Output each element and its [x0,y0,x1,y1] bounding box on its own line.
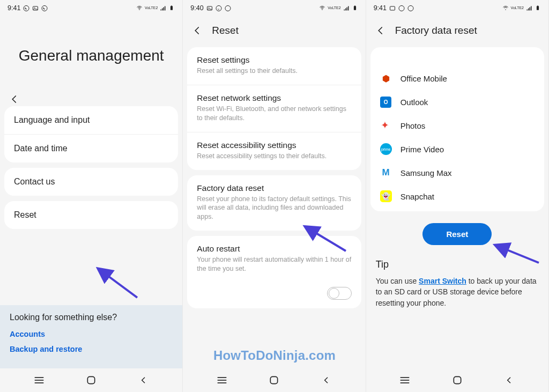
svg-rect-22 [271,376,278,383]
row-title: Auto restart [197,244,351,254]
row-reset-accessibility[interactable]: Reset accessibility settings Reset acces… [187,132,361,170]
nav-recents[interactable] [211,374,233,386]
svg-rect-18 [354,5,355,6]
row-date-time[interactable]: Date and time [4,135,178,162]
svg-point-15 [225,5,231,11]
smart-switch-link[interactable]: Smart Switch [419,277,466,285]
nav-home[interactable] [447,374,468,386]
row-auto-restart[interactable]: Auto restart Your phone will restart aut… [187,236,361,283]
svg-rect-24 [390,6,395,10]
wifi-icon [502,5,509,11]
list-item: ⬢ Office Mobile [370,66,544,90]
back-button[interactable] [0,89,182,106]
status-time: 9:41 [8,4,20,12]
status-time: 9:41 [374,4,387,12]
photos-icon [380,120,392,131]
volte-icon: VoLTE2 [328,6,340,10]
list-item: M Samsung Max [370,161,544,184]
row-language-input[interactable]: Language and input [4,106,178,135]
tip-text: You can use Smart Switch to back up your… [376,276,539,308]
looking-for-title: Looking for something else? [10,313,173,322]
svg-point-26 [408,5,413,11]
row-contact-us[interactable]: Contact us [4,168,178,196]
app-list: ⬢ Office Mobile O Outlook Photos prime P… [370,47,544,211]
nav-bar [0,368,182,392]
nav-home[interactable] [80,374,102,386]
svg-point-14 [216,5,221,11]
nav-bar [183,368,365,392]
svg-point-4 [139,9,139,10]
app-name: Office Mobile [400,74,447,83]
row-desc: Reset Wi-Fi, Bluetooth, and other networ… [197,105,351,123]
app-name: Photos [400,121,426,130]
svg-rect-6 [171,5,172,6]
row-title: Reset accessibility settings [197,140,351,150]
link-backup-restore[interactable]: Backup and restore [10,345,173,353]
row-title: Factory data reset [197,183,351,193]
row-desc: Your phone will restart automatically wi… [197,255,351,273]
svg-point-27 [505,9,506,10]
whatsapp-icon [398,5,405,11]
app-icon [380,53,392,64]
snapchat-icon: 👻 [380,190,392,202]
auto-restart-toggle[interactable] [327,287,352,300]
prime-video-icon: prime [380,143,392,155]
svg-rect-10 [87,376,94,383]
nav-recents[interactable] [28,374,50,386]
outlook-icon: O [380,96,392,108]
row-desc: Reset accessibility settings to their de… [197,152,351,161]
image-icon [389,5,396,11]
wifi-icon [319,5,325,11]
svg-rect-28 [537,6,539,10]
status-bar: 9:41 VoLTE2 [0,0,182,14]
app-name: Samsung Max [400,168,452,177]
back-button[interactable] [374,24,388,38]
nav-back[interactable] [499,374,520,386]
signal-icon [160,5,166,11]
whatsapp-icon-2 [41,5,48,11]
nav-home[interactable] [263,374,285,386]
back-button[interactable] [190,24,204,38]
row-factory-data-reset[interactable]: Factory data reset Reset your phone to i… [187,175,361,231]
nav-back[interactable] [316,374,337,386]
battery-icon [535,5,541,11]
nav-recents[interactable] [394,374,416,386]
battery-icon [168,5,175,11]
page-title: General management [0,14,182,89]
list-item: O Outlook [370,90,544,114]
whatsapp-icon-2 [225,5,231,11]
link-accounts[interactable]: Accounts [10,330,173,338]
signal-icon [526,5,532,11]
list-item: Photos [370,114,544,137]
image-icon [206,5,213,11]
app-name: Outlook [400,98,428,107]
nav-bar [366,368,548,392]
whatsapp-icon [23,5,29,11]
reset-button[interactable]: Reset [422,223,492,245]
office-icon: ⬢ [380,72,392,84]
status-bar: 9:40 VoLTE2 [183,0,365,14]
screen-factory-data-reset: 9:41 VoLTE2 Factory data reset ⬢ Office … [366,0,549,392]
svg-rect-33 [454,376,461,383]
signal-icon [343,5,350,11]
row-reset[interactable]: Reset [4,201,178,229]
nav-back[interactable] [133,374,154,386]
battery-icon [352,5,358,11]
svg-rect-17 [354,6,356,10]
row-reset-settings[interactable]: Reset settings Reset all settings to the… [187,47,361,85]
row-title: Reset network settings [197,93,351,103]
tip-section: Tip You can use Smart Switch to back up … [366,257,548,308]
svg-point-0 [24,5,29,11]
status-time: 9:40 [190,4,203,12]
svg-rect-5 [170,6,173,10]
wifi-icon [136,5,143,11]
row-desc: Reset all settings to their defaults. [197,66,351,76]
page-title: Factory data reset [395,25,477,36]
app-name: Snapchat [400,192,434,201]
row-reset-network[interactable]: Reset network settings Reset Wi-Fi, Blue… [187,85,361,132]
screen-reset: 9:40 VoLTE2 Reset Reset settings Reset a… [183,0,366,392]
svg-point-3 [42,5,47,11]
app-name: Prime Video [400,145,444,154]
volte-icon: VoLTE2 [511,6,524,10]
whatsapp-icon-2 [407,5,414,11]
